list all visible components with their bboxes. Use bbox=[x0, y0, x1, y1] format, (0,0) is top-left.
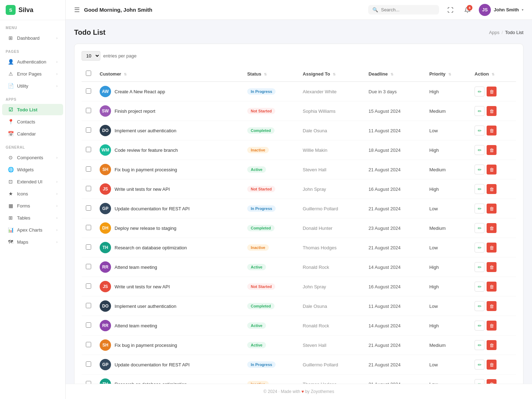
row-checkbox[interactable] bbox=[86, 361, 91, 367]
sidebar-item-maps[interactable]: 🗺 Maps › bbox=[2, 236, 63, 248]
sidebar-item-authentication-label: Authentication bbox=[17, 59, 46, 65]
delete-button[interactable]: 🗑 bbox=[487, 223, 497, 233]
utility-icon: 📄 bbox=[8, 83, 13, 89]
edit-button[interactable]: ✏ bbox=[475, 165, 484, 174]
sidebar-item-contacts[interactable]: 📍 Contacts bbox=[2, 116, 63, 127]
row-checkbox[interactable] bbox=[86, 205, 91, 211]
row-checkbox[interactable] bbox=[86, 303, 91, 308]
row-checkbox[interactable] bbox=[86, 283, 91, 289]
status-cell: Active bbox=[243, 160, 299, 179]
select-all-checkbox[interactable] bbox=[86, 71, 91, 76]
menu-toggle-button[interactable]: ☰ bbox=[74, 6, 80, 14]
sidebar-item-components-label: Components bbox=[17, 155, 43, 160]
delete-button[interactable]: 🗑 bbox=[487, 126, 497, 135]
row-checkbox[interactable] bbox=[86, 381, 91, 384]
sort-icon[interactable]: ⇅ bbox=[333, 72, 336, 76]
row-checkbox[interactable] bbox=[86, 186, 91, 191]
delete-button[interactable]: 🗑 bbox=[487, 87, 497, 96]
edit-button[interactable]: ✏ bbox=[475, 360, 484, 370]
delete-button[interactable]: 🗑 bbox=[487, 301, 497, 311]
th-assigned-to: Assigned To ⇅ bbox=[299, 66, 364, 82]
row-checkbox[interactable] bbox=[86, 225, 91, 230]
delete-button[interactable]: 🗑 bbox=[487, 282, 497, 292]
row-checkbox[interactable] bbox=[86, 147, 91, 152]
sort-icon[interactable]: ⇅ bbox=[390, 72, 393, 76]
row-checkbox[interactable] bbox=[86, 322, 91, 328]
table-controls: 10 25 50 entries per page bbox=[82, 51, 516, 61]
delete-button[interactable]: 🗑 bbox=[487, 360, 497, 370]
action-cell: ✏ 🗑 bbox=[470, 375, 516, 384]
sort-icon[interactable]: ⇅ bbox=[264, 72, 267, 76]
edit-button[interactable]: ✏ bbox=[475, 340, 484, 350]
row-checkbox[interactable] bbox=[86, 166, 91, 172]
delete-button[interactable]: 🗑 bbox=[487, 340, 497, 350]
sidebar-item-calendar[interactable]: 📅 Calendar bbox=[2, 128, 63, 139]
entries-per-page-select[interactable]: 10 25 50 bbox=[82, 51, 100, 61]
deadline-value: 11 August 2024 bbox=[368, 304, 400, 309]
sort-icon[interactable]: ⇅ bbox=[492, 72, 494, 76]
action-cell: ✏ 🗑 bbox=[470, 82, 516, 101]
sidebar-item-tables[interactable]: ⊞ Tables › bbox=[2, 212, 63, 223]
action-cell: ✏ 🗑 bbox=[470, 101, 516, 121]
sidebar-item-components[interactable]: ⊙ Components › bbox=[2, 152, 63, 163]
table-row: GP Update documentation for REST API In … bbox=[82, 199, 516, 218]
delete-button[interactable]: 🗑 bbox=[487, 321, 497, 331]
sort-icon[interactable]: ⇅ bbox=[448, 72, 451, 76]
edit-button[interactable]: ✏ bbox=[475, 106, 484, 116]
edit-button[interactable]: ✏ bbox=[475, 301, 484, 311]
edit-button[interactable]: ✏ bbox=[475, 223, 484, 233]
edit-button[interactable]: ✏ bbox=[475, 379, 484, 384]
status-cell: Active bbox=[243, 336, 299, 355]
edit-button[interactable]: ✏ bbox=[475, 184, 484, 194]
sidebar-item-apex-charts[interactable]: 📊 Apex Charts › bbox=[2, 224, 63, 235]
logo-text: Silva bbox=[18, 6, 33, 14]
auth-icon: 👤 bbox=[8, 59, 13, 65]
assigned-to-cell: Steven Hall bbox=[299, 160, 364, 179]
row-checkbox[interactable] bbox=[86, 88, 91, 94]
contacts-icon: 📍 bbox=[8, 119, 13, 124]
search-input[interactable] bbox=[381, 7, 435, 12]
user-menu[interactable]: JS John Smith ▾ bbox=[479, 4, 523, 16]
edit-button[interactable]: ✏ bbox=[475, 87, 484, 96]
row-checkbox[interactable] bbox=[86, 264, 91, 269]
deadline-value: 21 August 2024 bbox=[368, 206, 400, 211]
sidebar-item-contacts-label: Contacts bbox=[17, 119, 35, 124]
apps-section-label: APPS bbox=[0, 92, 65, 104]
delete-button[interactable]: 🗑 bbox=[487, 204, 497, 214]
edit-button[interactable]: ✏ bbox=[475, 262, 484, 272]
sidebar-item-forms[interactable]: ▦ Forms › bbox=[2, 200, 63, 211]
edit-button[interactable]: ✏ bbox=[475, 126, 484, 135]
search-box[interactable]: 🔍 bbox=[368, 5, 439, 15]
sidebar-item-icons[interactable]: ★ Icons › bbox=[2, 188, 63, 199]
sidebar-item-utility[interactable]: 📄 Utility › bbox=[2, 80, 63, 92]
row-checkbox[interactable] bbox=[86, 244, 91, 250]
delete-button[interactable]: 🗑 bbox=[487, 379, 497, 384]
row-checkbox[interactable] bbox=[86, 108, 91, 113]
row-checkbox-cell bbox=[82, 101, 95, 121]
sidebar-item-extended-ui[interactable]: ⊡ Extended UI › bbox=[2, 176, 63, 187]
sidebar-item-widgets[interactable]: 🌐 Widgets bbox=[2, 164, 63, 175]
edit-button[interactable]: ✏ bbox=[475, 282, 484, 292]
sidebar-item-dashboard[interactable]: ⊞ Dashboard › bbox=[2, 32, 63, 44]
edit-button[interactable]: ✏ bbox=[475, 204, 484, 214]
row-checkbox[interactable] bbox=[86, 127, 91, 133]
row-checkbox[interactable] bbox=[86, 342, 91, 347]
status-badge: Not Started bbox=[247, 186, 275, 192]
sidebar-item-error-pages[interactable]: ⚠ Error Pages › bbox=[2, 68, 63, 79]
fullscreen-button[interactable] bbox=[445, 4, 456, 16]
delete-button[interactable]: 🗑 bbox=[487, 184, 497, 194]
delete-button[interactable]: 🗑 bbox=[487, 262, 497, 272]
sidebar-item-todo-list[interactable]: ☑ Todo List bbox=[2, 104, 63, 115]
edit-button[interactable]: ✏ bbox=[475, 145, 484, 155]
edit-button[interactable]: ✏ bbox=[475, 321, 484, 331]
sort-icon[interactable]: ⇅ bbox=[124, 72, 127, 76]
delete-button[interactable]: 🗑 bbox=[487, 106, 497, 116]
edit-button[interactable]: ✏ bbox=[475, 243, 484, 253]
assigned-to-name: Dale Osuna bbox=[303, 128, 327, 133]
sidebar-item-authentication[interactable]: 👤 Authentication › bbox=[2, 56, 63, 67]
delete-button[interactable]: 🗑 bbox=[487, 145, 497, 155]
delete-button[interactable]: 🗑 bbox=[487, 243, 497, 253]
notification-button[interactable]: 6 bbox=[462, 4, 473, 16]
customer-avatar: DH bbox=[100, 222, 111, 234]
delete-button[interactable]: 🗑 bbox=[487, 165, 497, 174]
